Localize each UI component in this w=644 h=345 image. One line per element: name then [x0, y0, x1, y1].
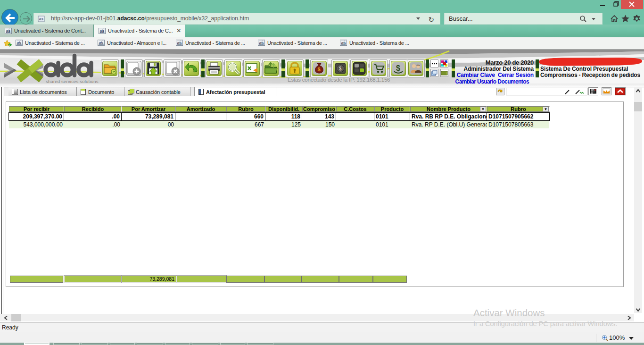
svg-text:$: $ [318, 67, 321, 72]
svg-text:$: $ [396, 64, 400, 72]
svg-text:as: as [39, 17, 43, 21]
svg-text:shared services solutions: shared services solutions [46, 79, 99, 84]
svg-text:$: $ [339, 66, 342, 71]
